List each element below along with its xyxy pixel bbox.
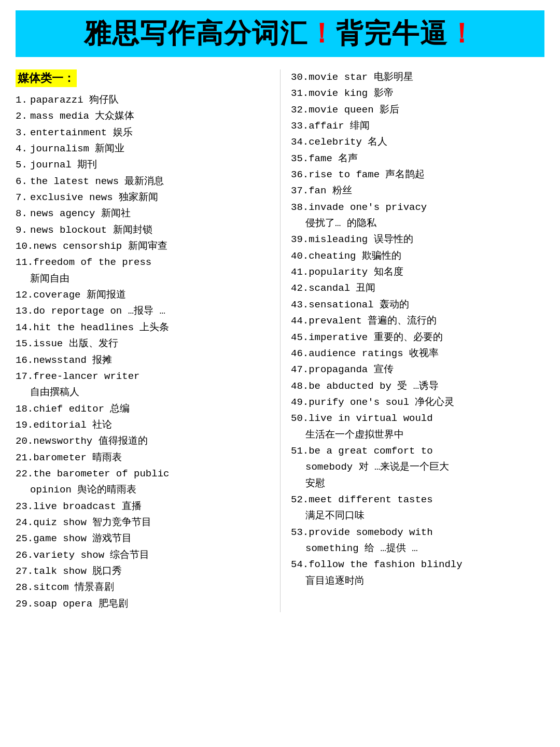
list-item: 自由撰稿人 [16,385,270,401]
list-item: 17.free-lancer writer [16,369,270,385]
list-item: 19.editorial 社论 [16,417,270,433]
list-item: 生活在一个虚拟世界中 [291,427,544,443]
list-item: 38.invade one's privacy [291,200,544,216]
list-item: something 给 …提供 … [291,541,544,557]
list-item: 10.news censorship 新闻审查 [16,238,270,255]
list-item: opinion 舆论的晴雨表 [16,482,270,498]
list-item: 45.imperative 重要的、必要的 [291,330,544,346]
list-item: 32.movie queen 影后 [291,102,544,118]
list-item: 47.propaganda 宣传 [291,362,544,378]
list-item: 3.entertainment 娱乐 [16,125,270,141]
title-main: 雅思写作高分词汇 [84,18,308,48]
list-item: 54.follow the fashion blindly [291,557,544,573]
exclamation1: ！ [308,18,336,48]
list-item: 34.celebrity 名人 [291,134,544,150]
list-item: 11.freedom of the press [16,255,270,271]
list-item: 9.news blockout 新闻封锁 [16,222,270,238]
list-item: 1.paparazzi 狗仔队 [16,92,270,108]
list-item: 盲目追逐时尚 [291,573,544,589]
title-part2: 背完牛逼 [336,18,448,48]
exclamation2: ！ [448,18,476,48]
list-item: 21.barometer 晴雨表 [16,450,270,466]
list-item: 15.issue 出版、发行 [16,336,270,352]
list-item: 24.quiz show 智力竞争节目 [16,515,270,531]
list-item: 49.purify one's soul 净化心灵 [291,394,544,411]
list-item: 6.the latest news 最新消息 [16,174,270,190]
section-label: 媒体类一： [16,69,77,87]
list-item: 52.meet different tastes [291,492,544,508]
list-item: 8.news agency 新闻社 [16,206,270,222]
list-item: 44.prevalent 普遍的、流行的 [291,313,544,329]
list-item: 42.scandal 丑闻 [291,280,544,297]
list-item: 26.variety show 综合节目 [16,547,270,563]
column-right: 30.movie star 电影明星31.movie king 影帝32.mov… [280,69,544,612]
list-item: 2.mass media 大众媒体 [16,108,270,124]
list-item: 16.newsstand 报摊 [16,353,270,369]
list-item: 5.journal 期刊 [16,157,270,173]
list-item: 46.audience ratings 收视率 [291,346,544,362]
list-item: somebody 对 …来说是一个巨大 [291,459,544,475]
list-item: 20.newsworthy 值得报道的 [16,433,270,449]
list-item: 14.hit the headlines 上头条 [16,320,270,336]
list-item: 侵扰了… 的隐私 [291,216,544,232]
list-item: 53.provide somebody with [291,525,544,541]
list-item: 29.soap opera 肥皂剧 [16,596,270,612]
list-item: 满足不同口味 [291,508,544,524]
list-item: 新闻自由 [16,271,270,287]
list-item: 50.live in virtual would [291,411,544,427]
list-item: 36.rise to fame 声名鹊起 [291,167,544,183]
list-item: 30.movie star 电影明星 [291,69,544,86]
list-item: 48.be abducted by 受 …诱导 [291,378,544,394]
left-vocab-list: 1.paparazzi 狗仔队2.mass media 大众媒体3.entert… [16,92,270,612]
title-bar: 雅思写作高分词汇！背完牛逼！ [16,10,544,57]
list-item: 35.fame 名声 [291,151,544,167]
list-item: 18.chief editor 总编 [16,401,270,417]
list-item: 41.popularity 知名度 [291,264,544,280]
title-text: 雅思写作高分词汇！背完牛逼！ [84,18,476,48]
column-left: 媒体类一： 1.paparazzi 狗仔队2.mass media 大众媒体3.… [16,69,280,612]
list-item: 22.the barometer of public [16,466,270,482]
list-item: 23.live broadcast 直播 [16,499,270,515]
list-item: 13.do reportage on …报导 … [16,303,270,319]
list-item: 28.sitcom 情景喜剧 [16,580,270,596]
list-item: 51.be a great comfort to [291,443,544,459]
list-item: 40.cheating 欺骗性的 [291,248,544,264]
list-item: 43.sensational 轰动的 [291,297,544,313]
list-item: 7.exclusive news 独家新闻 [16,190,270,206]
right-vocab-list: 30.movie star 电影明星31.movie king 影帝32.mov… [291,69,544,589]
list-item: 37.fan 粉丝 [291,183,544,199]
list-item: 12.coverage 新闻报道 [16,287,270,303]
content-area: 媒体类一： 1.paparazzi 狗仔队2.mass media 大众媒体3.… [16,69,544,612]
list-item: 27.talk show 脱口秀 [16,563,270,580]
list-item: 39.misleading 误导性的 [291,232,544,248]
list-item: 33.affair 绯闻 [291,118,544,134]
list-item: 4.journalism 新闻业 [16,141,270,157]
list-item: 31.movie king 影帝 [291,86,544,102]
list-item: 25.game show 游戏节目 [16,531,270,547]
list-item: 安慰 [291,476,544,492]
